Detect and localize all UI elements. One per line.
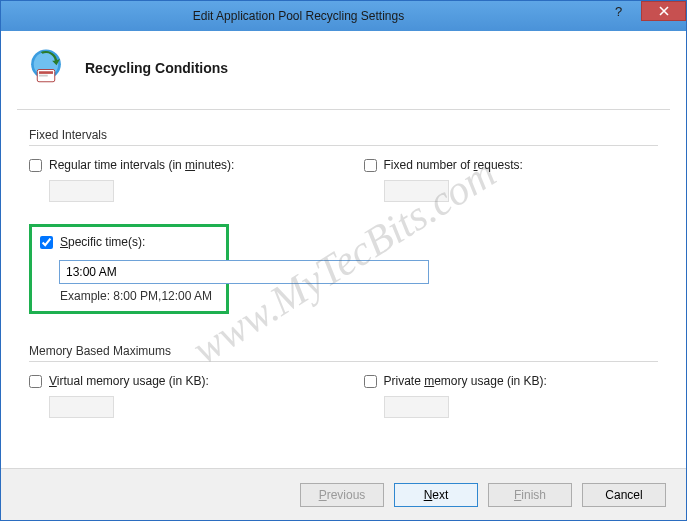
dialog-window: Edit Application Pool Recycling Settings… (0, 0, 687, 521)
wizard-header: Recycling Conditions (1, 31, 686, 109)
specific-times-example: Example: 8:00 PM,12:00 AM (60, 289, 216, 303)
private-memory-label: Private memory usage (in KB): (384, 374, 547, 388)
specific-times-option[interactable]: Specific time(s): (40, 235, 216, 249)
cancel-button[interactable]: Cancel (582, 483, 666, 507)
title-controls: ? (596, 1, 686, 31)
regular-intervals-input (49, 180, 114, 202)
group-memory-maximums: Memory Based Maximums Virtual memory usa… (29, 344, 658, 418)
virtual-memory-option[interactable]: Virtual memory usage (in KB): (29, 374, 324, 388)
private-memory-checkbox[interactable] (364, 375, 377, 388)
window-title: Edit Application Pool Recycling Settings (1, 9, 596, 23)
group-fixed-intervals: Fixed Intervals Regular time intervals (… (29, 128, 658, 202)
close-button[interactable] (641, 1, 686, 21)
fixed-requests-label: Fixed number of requests: (384, 158, 523, 172)
page-title: Recycling Conditions (85, 60, 228, 76)
svg-rect-3 (39, 71, 53, 74)
specific-times-label: Specific time(s): (60, 235, 145, 249)
group-title-fixed: Fixed Intervals (29, 128, 658, 146)
private-memory-option[interactable]: Private memory usage (in KB): (364, 374, 659, 388)
close-icon (659, 6, 669, 16)
fixed-requests-checkbox[interactable] (364, 159, 377, 172)
regular-intervals-label: Regular time intervals (in minutes): (49, 158, 234, 172)
fixed-requests-option[interactable]: Fixed number of requests: (364, 158, 659, 172)
wizard-footer: Previous Next Finish Cancel (1, 468, 686, 520)
title-bar: Edit Application Pool Recycling Settings… (1, 1, 686, 31)
help-button[interactable]: ? (596, 1, 641, 21)
private-memory-input (384, 396, 449, 418)
virtual-memory-input (49, 396, 114, 418)
group-specific-times: Specific time(s): Example: 8:00 PM,12:00… (29, 224, 658, 324)
virtual-memory-checkbox[interactable] (29, 375, 42, 388)
recycle-icon (25, 45, 67, 91)
group-title-memory: Memory Based Maximums (29, 344, 658, 362)
virtual-memory-label: Virtual memory usage (in KB): (49, 374, 209, 388)
regular-intervals-option[interactable]: Regular time intervals (in minutes): (29, 158, 324, 172)
fixed-requests-input (384, 180, 449, 202)
next-button[interactable]: Next (394, 483, 478, 507)
previous-button[interactable]: Previous (300, 483, 384, 507)
specific-times-input[interactable] (59, 260, 429, 284)
regular-intervals-checkbox[interactable] (29, 159, 42, 172)
finish-button[interactable]: Finish (488, 483, 572, 507)
specific-times-checkbox[interactable] (40, 236, 53, 249)
svg-rect-4 (39, 75, 48, 77)
content-area: Fixed Intervals Regular time intervals (… (1, 110, 686, 468)
